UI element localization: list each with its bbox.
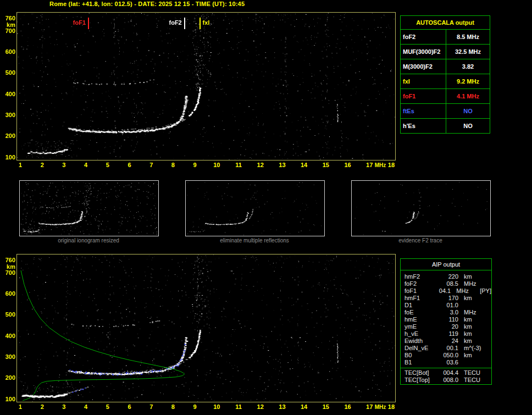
x-tick-label: 14 [297, 403, 311, 410]
x-tick-label: 12 [254, 403, 267, 410]
x-tick-label: 7 [145, 403, 158, 410]
x-tick-label: 15 [319, 403, 332, 410]
marker-line-foF1 [88, 18, 89, 29]
x-tick-label: 11 [232, 162, 245, 168]
x-tick-label: 13 [275, 403, 289, 410]
aip-row: TEC[Top]008.0TECU [401, 377, 491, 384]
aip-param-label: hmF2 [401, 273, 439, 280]
aip-param-extra: [PY] [480, 287, 491, 295]
x-tick-label: 2 [36, 403, 49, 410]
aip-row: foF208.5MHz [401, 280, 491, 287]
autoscala-row: h'EsNO [401, 119, 490, 133]
x-tick-label: 5 [101, 403, 114, 410]
aip-tec-separator [401, 368, 491, 368]
aip-param-value: 119 [439, 330, 458, 337]
aip-param-value: 050.0 [439, 352, 458, 359]
x-tick-label: 12 [254, 162, 267, 168]
x-tick-label: 3 [57, 162, 70, 168]
y-tick-label: 500 [1, 311, 15, 318]
aip-row: B103.6 [401, 359, 491, 366]
aip-param-value: 170 [439, 295, 458, 302]
aip-param-label: DelN_vE [401, 345, 439, 352]
aip-param-value: 00.1 [439, 345, 458, 352]
aip-param-unit: km [458, 273, 491, 280]
thumbnail-canvas-original [20, 181, 158, 235]
aip-row: foE3.0MHz [401, 309, 491, 316]
autoscala-param-label: MUF(3000)F2 [401, 45, 446, 59]
y-tick-label: 200 [1, 132, 15, 139]
autoscala-param-label: h'Es [401, 119, 446, 133]
y-tick-label: 500 [1, 69, 15, 76]
autoscala-row: fxI9.2 MHz [401, 74, 490, 89]
autoscala-param-value: 9.2 MHz [446, 78, 490, 85]
aip-row: B0050.0km [401, 352, 491, 359]
y-tick-label: 100 [1, 154, 15, 161]
y-axis-unit-label: km [1, 263, 15, 270]
aip-param-unit: MHz [458, 309, 491, 316]
x-tick-label: 10 [210, 162, 223, 168]
ionogram-plot-bottom [16, 254, 396, 402]
ionogram-canvas-top [17, 13, 395, 160]
x-tick-label: 4 [79, 162, 92, 168]
aip-param-value: 03.6 [439, 359, 458, 366]
aip-param-label: TEC[Bot] [401, 369, 439, 377]
y-tick-label: 700 [1, 269, 15, 276]
y-tick-label: 600 [1, 48, 15, 55]
aip-table-title: AIP output [401, 259, 491, 270]
aip-row: foF104.1MHz[PY] [401, 287, 491, 295]
autoscala-param-value: 4.1 MHz [446, 93, 490, 99]
autoscala-param-value: NO [446, 108, 490, 114]
aip-param-label: ymE [401, 323, 439, 330]
aip-row: h_vE119km [401, 330, 491, 337]
autoscala-param-label: ftEs [401, 104, 446, 118]
y-tick-label: 400 [1, 333, 15, 339]
aip-row: DelN_vE00.1m^(-3) [401, 345, 491, 352]
aip-param-unit: TECU [458, 369, 491, 377]
y-tick-label: 300 [1, 353, 15, 360]
x-tick-label: 3 [57, 403, 70, 410]
thumbnail-eliminate-multiples [185, 180, 325, 236]
x-axis-unit-label: MHz [374, 404, 387, 410]
aip-param-value: 04.1 [434, 287, 451, 295]
autoscala-param-value: NO [446, 123, 490, 129]
aip-param-label: Ewidth [401, 337, 439, 345]
x-tick-label: 5 [101, 162, 114, 168]
thumbnail-caption-evidence: evidence F2 trace [351, 237, 490, 244]
autoscala-param-value: 3.82 [446, 63, 490, 70]
x-tick-label: 8 [167, 403, 180, 410]
autoscala-row: foF28.5 MHz [401, 30, 490, 45]
autoscala-param-value: 32.5 MHz [446, 48, 490, 55]
aip-param-value: 01.0 [439, 302, 458, 309]
aip-param-unit: km [458, 352, 491, 359]
autoscala-table-title: AUTOSCALA output [401, 16, 490, 30]
autoscala-table-rows: foF28.5 MHzMUF(3000)F232.5 MHzM(3000)F23… [401, 30, 490, 133]
aip-param-value: 08.5 [439, 280, 458, 287]
aip-param-value: 110 [439, 316, 458, 323]
aip-param-unit: km [458, 316, 491, 323]
autoscala-output-table: AUTOSCALA output foF28.5 MHzMUF(3000)F23… [400, 15, 490, 134]
thumbnail-canvas-eliminate-multiples [186, 181, 324, 235]
x-tick-label: 14 [297, 162, 311, 168]
aip-param-value: 20 [439, 323, 458, 330]
aip-param-label: hmF1 [401, 295, 439, 302]
aip-param-unit: km [458, 337, 491, 345]
aip-param-label: B1 [401, 359, 439, 366]
x-tick-label: 7 [145, 162, 158, 168]
aip-param-unit: MHz [458, 280, 491, 287]
y-axis-unit-label: km [1, 21, 15, 28]
aip-param-label: foF1 [401, 287, 434, 295]
aip-param-label: B0 [401, 352, 439, 359]
x-tick-label: 1 [14, 403, 27, 410]
aip-param-value: 3.0 [439, 309, 458, 316]
y-tick-label: 100 [1, 396, 15, 402]
y-tick-label: 300 [1, 112, 15, 118]
aip-param-value: 004.4 [439, 369, 458, 377]
x-tick-label: 16 [341, 162, 354, 168]
marker-label-foF2: foF2 [169, 19, 182, 26]
x-tick-label: 11 [232, 403, 245, 410]
aip-param-unit [458, 359, 491, 366]
aip-row: ymE20km [401, 323, 491, 330]
autoscala-row: ftEsNO [401, 104, 490, 119]
autoscala-row: foF14.1 MHz [401, 89, 490, 104]
x-tick-label: 8 [167, 162, 180, 168]
